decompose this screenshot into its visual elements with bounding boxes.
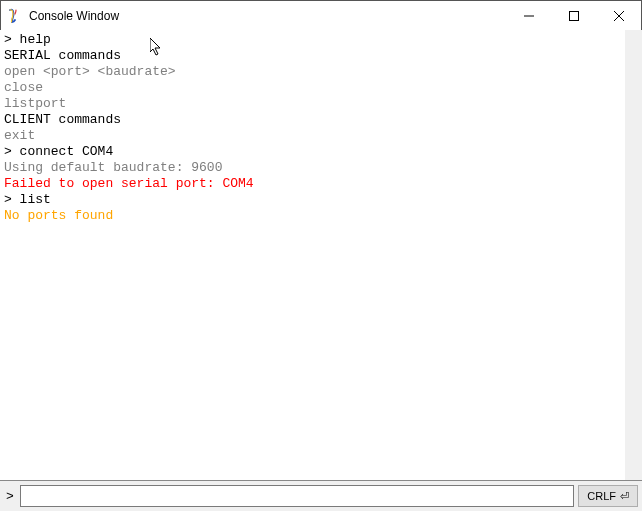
prompt-label: >	[4, 489, 16, 504]
maximize-button[interactable]	[551, 1, 596, 31]
console-line: close	[4, 80, 638, 96]
minimize-button[interactable]	[506, 1, 551, 31]
return-icon: ⏎	[620, 490, 629, 503]
scrollbar[interactable]	[625, 30, 642, 480]
svg-rect-1	[569, 12, 578, 21]
input-bar: > CRLF ⏎	[0, 481, 642, 511]
console-line: Failed to open serial port: COM4	[4, 176, 638, 192]
console-line: CLIENT commands	[4, 112, 638, 128]
console-output: > helpSERIAL commandsopen <port> <baudra…	[0, 30, 642, 481]
console-line: open <port> <baudrate>	[4, 64, 638, 80]
console-line: SERIAL commands	[4, 48, 638, 64]
console-line: exit	[4, 128, 638, 144]
console-line: > help	[4, 32, 638, 48]
window-controls	[506, 1, 641, 31]
console-line: listport	[4, 96, 638, 112]
console-text: > helpSERIAL commandsopen <port> <baudra…	[0, 30, 642, 226]
console-line: No ports found	[4, 208, 638, 224]
console-line: > connect COM4	[4, 144, 638, 160]
console-line: Using default baudrate: 9600	[4, 160, 638, 176]
console-line: > list	[4, 192, 638, 208]
app-title: Console Window	[29, 9, 119, 23]
close-button[interactable]	[596, 1, 641, 31]
command-input[interactable]	[20, 485, 574, 507]
titlebar: Console Window	[1, 1, 641, 31]
app-icon	[7, 8, 23, 24]
line-ending-button[interactable]: CRLF ⏎	[578, 485, 638, 507]
line-ending-label: CRLF	[587, 490, 616, 502]
